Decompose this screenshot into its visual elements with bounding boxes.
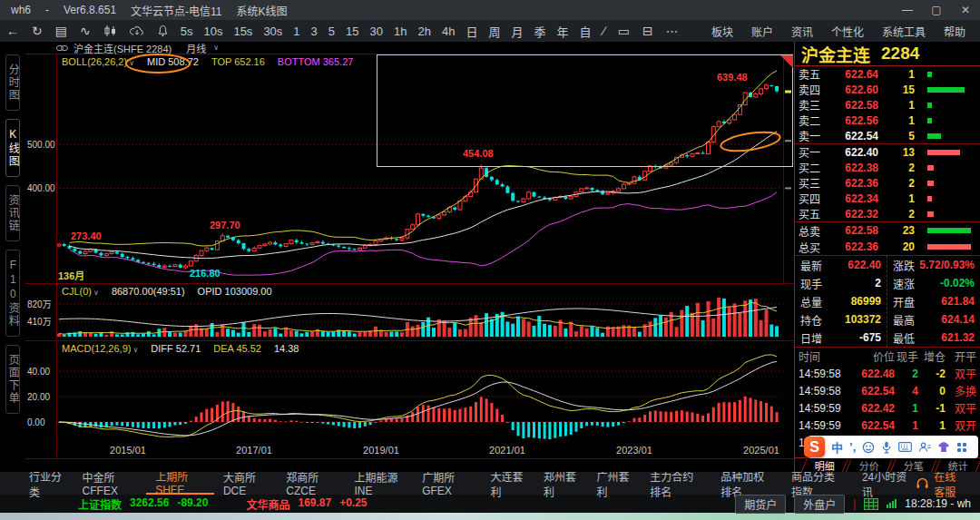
detail-tab-1[interactable]: 分价 xyxy=(846,458,893,472)
maximize-button[interactable]: ▢ xyxy=(922,0,951,20)
period-button-5s[interactable]: 5s xyxy=(181,25,193,38)
period-button-15[interactable]: 15 xyxy=(346,25,358,38)
period-button-年[interactable]: 年 xyxy=(556,23,568,40)
ask-row[interactable]: 卖一622.545 xyxy=(795,128,980,143)
market-tab-1[interactable]: 中金所CFFEX xyxy=(74,472,147,495)
sidebar-item-2[interactable]: 资讯链 xyxy=(5,185,21,241)
bid-row[interactable]: 买二622.382 xyxy=(795,160,980,175)
period-button-2h[interactable]: 2h xyxy=(417,25,430,38)
alert-bell-icon[interactable] xyxy=(157,25,169,37)
line-chart-icon[interactable]: ∿ xyxy=(80,25,91,37)
menu-4[interactable]: 系统工具 xyxy=(882,24,926,39)
refresh-icon[interactable]: ↻ xyxy=(32,25,43,37)
market-tab-12[interactable]: 商品分类指数 xyxy=(782,472,853,495)
emoji-icon[interactable] xyxy=(862,441,875,454)
detail-tab-2[interactable]: 分笔 xyxy=(890,458,937,472)
quote-table-icon[interactable]: ▤ xyxy=(55,25,67,37)
period-button-10s[interactable]: 10s xyxy=(203,25,222,38)
market-tab-7[interactable]: 大连套利 xyxy=(481,472,534,495)
rectangle-icon[interactable]: ▭ xyxy=(618,25,630,37)
menu-1[interactable]: 账户 xyxy=(751,24,773,39)
market-tab-13[interactable]: 24小时资讯 xyxy=(853,472,916,495)
period-button-3[interactable]: 3 xyxy=(311,25,318,38)
period-button-30s[interactable]: 30s xyxy=(263,25,282,38)
period-button-自[interactable]: 自 xyxy=(579,23,591,40)
bid-row[interactable]: 买一622.4013 xyxy=(795,144,980,160)
macd-label[interactable]: MACD(12,26,9)∨ xyxy=(62,343,138,354)
ask-row[interactable]: 卖二622.561 xyxy=(795,113,980,128)
period-button-4h[interactable]: 4h xyxy=(442,25,455,38)
detail-tab-3[interactable]: 统计 xyxy=(935,458,980,472)
period-button-1h[interactable]: 1h xyxy=(394,25,407,38)
macd-diff-value: DIFF 52.71 xyxy=(151,343,201,354)
macd-pane[interactable]: 40.0020.000.00 xyxy=(25,341,794,445)
market-tab-3[interactable]: 大商所DCE xyxy=(214,472,277,495)
cjl-label[interactable]: CJL(0)∨ xyxy=(62,286,99,297)
sidebar-item-4[interactable]: 页面下单 xyxy=(5,345,21,414)
sidebar-item-0[interactable]: 分时图 xyxy=(5,54,21,111)
bid-row[interactable]: 买五622.322 xyxy=(795,206,980,221)
ask-row[interactable]: 卖五622.641 xyxy=(795,66,980,82)
period-button-日[interactable]: 日 xyxy=(466,23,477,40)
minimize-button[interactable]: — xyxy=(893,0,922,20)
market-tab-0[interactable]: 行业分类 xyxy=(20,472,74,495)
tick-row[interactable]: 14:59:58622.5440多换 xyxy=(795,382,980,399)
more-icon[interactable]: ⋯ xyxy=(666,25,679,37)
sidebar-item-3[interactable]: F10资料 xyxy=(5,250,21,337)
period-button-15s[interactable]: 15s xyxy=(233,25,252,38)
account-button-0[interactable]: 期货户 xyxy=(735,495,786,514)
period-button-5[interactable]: 5 xyxy=(328,25,335,38)
period-button-30[interactable]: 30 xyxy=(370,25,383,38)
keyboard-icon[interactable] xyxy=(898,442,912,452)
tick-row[interactable]: 14:59:59622.421-1双平 xyxy=(795,399,980,417)
ask-row[interactable]: 卖四622.6015 xyxy=(795,82,980,97)
market-tab-9[interactable]: 广州套利 xyxy=(588,472,642,495)
market-tab-4[interactable]: 郑商所CZCE xyxy=(277,472,345,495)
mic-icon[interactable] xyxy=(881,441,892,454)
menu-0[interactable]: 板块 xyxy=(711,24,733,39)
drawn-ellipse-mid-label[interactable] xyxy=(123,53,192,74)
bid-row[interactable]: 买三622.362 xyxy=(795,175,980,191)
menu-3[interactable]: 个性化 xyxy=(831,24,864,39)
bid-row[interactable]: 买四622.341 xyxy=(795,191,980,206)
back-icon[interactable]: ← xyxy=(6,25,19,37)
market-tab-8[interactable]: 郑州套利 xyxy=(534,472,588,495)
menu-grid-icon[interactable] xyxy=(956,442,967,453)
shanghai-index-quote[interactable]: 上证指数 3262.56 -89.20 xyxy=(78,496,208,512)
period-button-1[interactable]: 1 xyxy=(293,25,299,38)
multi-window-icon[interactable]: ⊟ xyxy=(642,25,653,37)
total-row[interactable]: 总卖622.5823 xyxy=(795,222,980,239)
skin-icon[interactable] xyxy=(937,441,950,453)
ime-toolbar[interactable]: S中’, xyxy=(808,436,978,458)
menu-5[interactable]: 帮助 xyxy=(944,24,965,39)
close-button[interactable]: ✕ xyxy=(951,0,980,20)
tick-row[interactable]: 14:59:59622.5411双开 xyxy=(795,417,980,434)
chevron-down-icon[interactable]: ∨ xyxy=(213,44,219,52)
drawn-ellipse-price[interactable] xyxy=(717,128,784,155)
market-tab-5[interactable]: 上期能源INE xyxy=(345,472,413,495)
total-row[interactable]: 总买622.3620 xyxy=(795,239,980,255)
menu-2[interactable]: 资讯 xyxy=(791,24,813,39)
candlestick-icon[interactable] xyxy=(103,25,117,37)
period-button-周[interactable]: 周 xyxy=(488,23,500,40)
period-button-季[interactable]: 季 xyxy=(534,23,545,40)
market-tab-10[interactable]: 主力合约排名 xyxy=(641,472,711,495)
cloud-sync-icon[interactable] xyxy=(130,25,144,37)
wenhua-index-quote[interactable]: 文华商品 169.87 +0.25 xyxy=(246,496,367,512)
detail-tab-0[interactable]: 明细 xyxy=(801,458,848,472)
chart-area[interactable]: 沪金主连(SHFE 2284) 月线 ∨ 500.00400.00 820万41… xyxy=(25,42,794,472)
ask-row[interactable]: 卖三622.581 xyxy=(795,97,980,113)
contract-name[interactable]: 沪金主连 xyxy=(801,42,870,66)
sidebar-item-1[interactable]: K线图 xyxy=(5,119,21,177)
tick-row[interactable]: 14:59:58622.482-2双平 xyxy=(795,365,980,382)
sogou-logo-icon[interactable]: S xyxy=(804,437,825,457)
contacts-icon[interactable] xyxy=(918,441,931,453)
market-tab-6[interactable]: 广期所GFEX xyxy=(413,472,481,495)
market-tab-11[interactable]: 品种加权排名 xyxy=(711,472,782,495)
period-button-月[interactable]: 月 xyxy=(511,23,523,40)
punctuation-icon[interactable]: ’, xyxy=(849,440,856,454)
trendline-icon[interactable]: ∕ xyxy=(603,25,604,37)
chinese-mode-icon[interactable]: 中 xyxy=(831,438,843,456)
account-button-1[interactable]: 外盘户 xyxy=(794,495,845,514)
market-tab-2[interactable]: 上期所SHFE xyxy=(146,472,214,495)
